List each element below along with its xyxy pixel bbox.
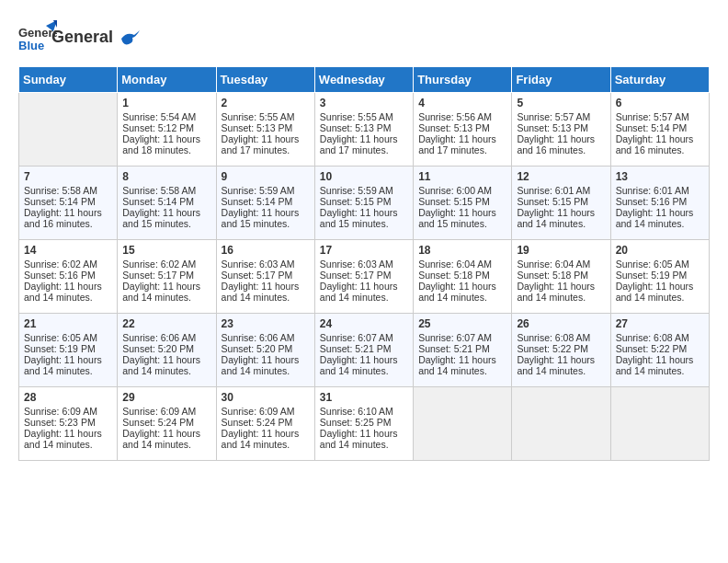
calendar-cell — [19, 93, 118, 167]
calendar-cell: 31 Sunrise: 6:10 AM Sunset: 5:25 PM Dayl… — [314, 387, 413, 461]
sunrise: Sunrise: 6:03 AM — [320, 259, 393, 270]
calendar-cell: 11 Sunrise: 6:00 AM Sunset: 5:15 PM Dayl… — [414, 167, 512, 240]
sunset: Sunset: 5:24 PM — [122, 417, 194, 428]
sunset: Sunset: 5:25 PM — [320, 417, 392, 428]
daylight: Daylight: 11 hours and 16 minutes. — [24, 207, 102, 229]
calendar-cell: 29 Sunrise: 6:09 AM Sunset: 5:24 PM Dayl… — [118, 387, 216, 461]
sunset: Sunset: 5:18 PM — [418, 270, 490, 281]
sunset: Sunset: 5:21 PM — [320, 343, 392, 354]
sunrise: Sunrise: 6:08 AM — [616, 332, 689, 343]
daylight: Daylight: 11 hours and 14 minutes. — [24, 428, 102, 450]
sunset: Sunset: 5:12 PM — [122, 122, 194, 133]
daylight: Daylight: 11 hours and 17 minutes. — [320, 133, 398, 155]
calendar-cell: 22 Sunrise: 6:06 AM Sunset: 5:20 PM Dayl… — [118, 314, 216, 387]
sunrise: Sunrise: 6:04 AM — [418, 259, 492, 270]
sunrise: Sunrise: 5:57 AM — [616, 111, 689, 122]
bird-icon — [119, 29, 140, 46]
header-day-saturday: Saturday — [610, 67, 709, 93]
sunrise: Sunrise: 5:57 AM — [517, 111, 590, 122]
day-number: 18 — [418, 244, 506, 257]
daylight: Daylight: 11 hours and 17 minutes. — [418, 133, 496, 155]
day-number: 24 — [320, 317, 408, 330]
day-number: 7 — [24, 170, 112, 183]
sunrise: Sunrise: 6:03 AM — [222, 259, 295, 270]
daylight: Daylight: 11 hours and 14 minutes. — [222, 428, 300, 450]
calendar-cell: 14 Sunrise: 6:02 AM Sunset: 5:16 PM Dayl… — [19, 240, 118, 314]
sunrise: Sunrise: 6:10 AM — [320, 406, 393, 417]
calendar-cell — [512, 387, 610, 461]
calendar-week-5: 28 Sunrise: 6:09 AM Sunset: 5:23 PM Dayl… — [19, 387, 710, 461]
day-number: 3 — [320, 97, 408, 109]
calendar-cell: 4 Sunrise: 5:56 AM Sunset: 5:13 PM Dayli… — [414, 93, 512, 167]
calendar-cell: 5 Sunrise: 5:57 AM Sunset: 5:13 PM Dayli… — [512, 93, 610, 167]
sunset: Sunset: 5:17 PM — [222, 270, 293, 281]
daylight: Daylight: 11 hours and 14 minutes. — [122, 428, 200, 450]
daylight: Daylight: 11 hours and 15 minutes. — [122, 207, 200, 229]
day-number: 11 — [418, 170, 506, 183]
sunset: Sunset: 5:23 PM — [24, 417, 96, 428]
daylight: Daylight: 11 hours and 16 minutes. — [517, 133, 595, 155]
sunset: Sunset: 5:19 PM — [616, 270, 688, 281]
svg-text:Blue: Blue — [18, 39, 44, 52]
logo: General Blue General — [18, 18, 140, 57]
calendar-week-4: 21 Sunrise: 6:05 AM Sunset: 5:19 PM Dayl… — [19, 314, 710, 387]
calendar-cell: 27 Sunrise: 6:08 AM Sunset: 5:22 PM Dayl… — [610, 314, 709, 387]
sunset: Sunset: 5:15 PM — [418, 196, 490, 207]
calendar-week-2: 7 Sunrise: 5:58 AM Sunset: 5:14 PM Dayli… — [19, 167, 710, 240]
day-number: 17 — [320, 244, 408, 257]
day-number: 12 — [517, 170, 605, 183]
day-number: 8 — [122, 170, 210, 183]
calendar-cell: 7 Sunrise: 5:58 AM Sunset: 5:14 PM Dayli… — [19, 167, 118, 240]
sunrise: Sunrise: 6:01 AM — [616, 185, 689, 196]
daylight: Daylight: 11 hours and 14 minutes. — [122, 354, 200, 376]
daylight: Daylight: 11 hours and 14 minutes. — [222, 281, 300, 303]
sunrise: Sunrise: 5:58 AM — [24, 185, 97, 196]
header-day-friday: Friday — [512, 67, 610, 93]
day-number: 20 — [616, 244, 704, 257]
calendar-cell: 6 Sunrise: 5:57 AM Sunset: 5:14 PM Dayli… — [610, 93, 709, 167]
calendar-body: 1 Sunrise: 5:54 AM Sunset: 5:12 PM Dayli… — [19, 93, 710, 461]
day-number: 27 — [616, 317, 704, 330]
day-number: 25 — [418, 317, 506, 330]
sunrise: Sunrise: 6:05 AM — [616, 259, 689, 270]
calendar-week-1: 1 Sunrise: 5:54 AM Sunset: 5:12 PM Dayli… — [19, 93, 710, 167]
header-day-thursday: Thursday — [414, 67, 512, 93]
sunset: Sunset: 5:19 PM — [24, 343, 96, 354]
calendar-cell: 26 Sunrise: 6:08 AM Sunset: 5:22 PM Dayl… — [512, 314, 610, 387]
sunrise: Sunrise: 6:02 AM — [24, 259, 97, 270]
day-number: 15 — [122, 244, 210, 257]
daylight: Daylight: 11 hours and 14 minutes. — [320, 281, 398, 303]
header-day-sunday: Sunday — [19, 67, 118, 93]
day-number: 28 — [24, 391, 112, 404]
sunrise: Sunrise: 5:55 AM — [320, 111, 393, 122]
day-number: 22 — [122, 317, 210, 330]
sunset: Sunset: 5:13 PM — [320, 122, 392, 133]
daylight: Daylight: 11 hours and 14 minutes. — [616, 354, 694, 376]
calendar-cell — [414, 387, 512, 461]
header-day-wednesday: Wednesday — [314, 67, 413, 93]
day-number: 1 — [122, 97, 210, 109]
sunrise: Sunrise: 5:59 AM — [320, 185, 393, 196]
header-row: SundayMondayTuesdayWednesdayThursdayFrid… — [19, 67, 710, 93]
sunset: Sunset: 5:14 PM — [616, 122, 688, 133]
sunrise: Sunrise: 5:56 AM — [418, 111, 492, 122]
sunset: Sunset: 5:14 PM — [222, 196, 293, 207]
day-number: 23 — [222, 317, 310, 330]
sunrise: Sunrise: 6:09 AM — [24, 406, 97, 417]
sunrise: Sunrise: 6:07 AM — [418, 332, 492, 343]
day-number: 31 — [320, 391, 408, 404]
sunset: Sunset: 5:17 PM — [320, 270, 392, 281]
day-number: 21 — [24, 317, 112, 330]
day-number: 2 — [222, 97, 310, 109]
sunrise: Sunrise: 6:09 AM — [222, 406, 295, 417]
sunrise: Sunrise: 5:55 AM — [222, 111, 295, 122]
calendar-cell — [610, 387, 709, 461]
calendar-cell: 17 Sunrise: 6:03 AM Sunset: 5:17 PM Dayl… — [314, 240, 413, 314]
daylight: Daylight: 11 hours and 14 minutes. — [517, 207, 595, 229]
day-number: 16 — [222, 244, 310, 257]
day-number: 10 — [320, 170, 408, 183]
sunrise: Sunrise: 6:04 AM — [517, 259, 590, 270]
sunset: Sunset: 5:16 PM — [616, 196, 688, 207]
sunset: Sunset: 5:15 PM — [517, 196, 588, 207]
header-day-monday: Monday — [118, 67, 216, 93]
